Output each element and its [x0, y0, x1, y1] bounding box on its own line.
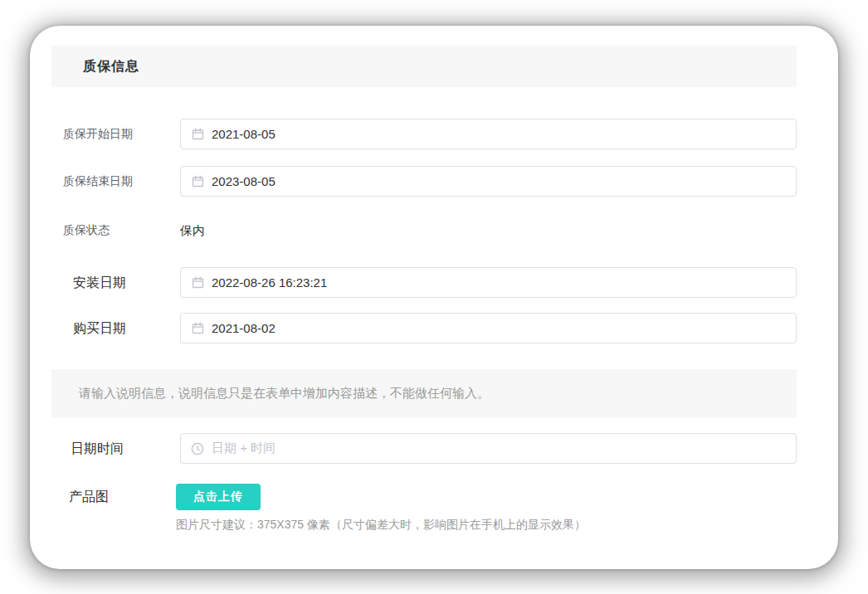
- warranty-end-value: 2023-08-05: [212, 174, 276, 188]
- warranty-start-value: 2021-08-05: [212, 127, 276, 141]
- warranty-end-input[interactable]: 2023-08-05: [180, 166, 797, 197]
- warranty-status-label: 质保状态: [63, 215, 110, 246]
- form-note-bar: 请输入说明信息，说明信息只是在表单中增加内容描述，不能做任何输入。: [51, 369, 797, 417]
- section-title: 质保信息: [83, 58, 139, 75]
- install-date-input[interactable]: 2022-08-26 16:23:21: [180, 267, 797, 298]
- upload-hint: 图片尺寸建议：375X375 像素（尺寸偏差大时，影响图片在手机上的显示效果）: [176, 518, 586, 533]
- purchase-date-label: 购买日期: [73, 313, 126, 343]
- purchase-date-input[interactable]: 2021-08-02: [180, 313, 797, 343]
- upload-button[interactable]: 点击上传: [176, 484, 261, 510]
- datetime-label: 日期时间: [71, 433, 124, 464]
- clock-icon: [191, 442, 204, 455]
- warranty-status-value: 保内: [180, 215, 205, 246]
- calendar-icon: [191, 175, 204, 188]
- warranty-end-label: 质保结束日期: [63, 166, 133, 197]
- install-date-label: 安装日期: [73, 267, 126, 298]
- datetime-input[interactable]: 日期 + 时间: [180, 433, 797, 464]
- purchase-date-value: 2021-08-02: [212, 321, 276, 335]
- calendar-icon: [191, 322, 204, 335]
- install-date-value: 2022-08-26 16:23:21: [212, 275, 327, 290]
- calendar-icon: [191, 128, 204, 141]
- product-image-label: 产品图: [69, 481, 109, 512]
- form-note-text: 请输入说明信息，说明信息只是在表单中增加内容描述，不能做任何输入。: [79, 386, 490, 402]
- warranty-start-input[interactable]: 2021-08-05: [180, 119, 797, 149]
- calendar-icon: [191, 276, 204, 290]
- section-header: 质保信息: [51, 46, 797, 87]
- warranty-start-label: 质保开始日期: [63, 119, 133, 149]
- warranty-info-card: 质保信息 质保开始日期 2021-08-05 质保结束日期 2023-08-05: [30, 26, 838, 569]
- datetime-placeholder: 日期 + 时间: [212, 441, 276, 456]
